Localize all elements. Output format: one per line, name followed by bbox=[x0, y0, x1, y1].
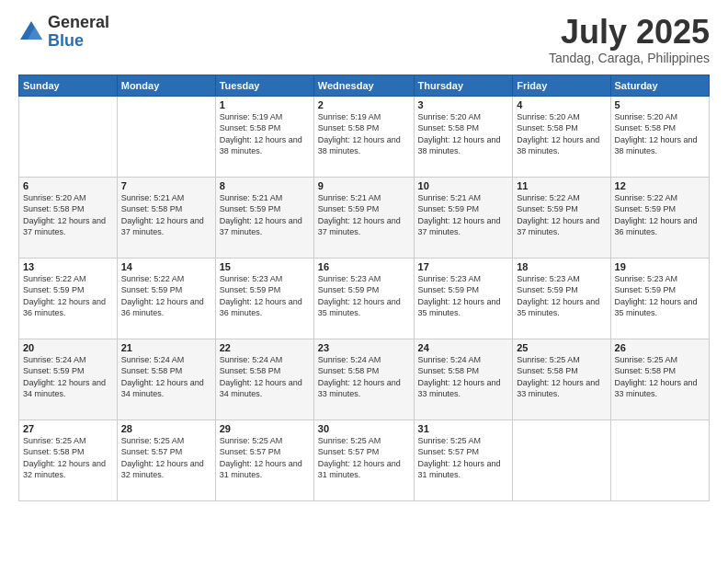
calendar-cell: 14Sunrise: 5:22 AM Sunset: 5:59 PM Dayli… bbox=[117, 258, 215, 339]
day-number: 22 bbox=[220, 342, 310, 353]
day-detail: Sunrise: 5:21 AM Sunset: 5:59 PM Dayligh… bbox=[318, 192, 410, 238]
calendar-table: SundayMondayTuesdayWednesdayThursdayFrid… bbox=[18, 75, 710, 501]
day-number: 7 bbox=[121, 180, 211, 191]
day-number: 19 bbox=[615, 261, 705, 272]
day-number: 13 bbox=[23, 261, 113, 272]
day-number: 27 bbox=[23, 423, 113, 434]
calendar-cell: 16Sunrise: 5:23 AM Sunset: 5:59 PM Dayli… bbox=[313, 258, 414, 339]
day-detail: Sunrise: 5:24 AM Sunset: 5:58 PM Dayligh… bbox=[220, 354, 310, 400]
month-title: July 2025 bbox=[549, 14, 710, 51]
calendar-cell: 21Sunrise: 5:24 AM Sunset: 5:58 PM Dayli… bbox=[117, 339, 215, 419]
calendar-cell: 13Sunrise: 5:22 AM Sunset: 5:59 PM Dayli… bbox=[19, 258, 118, 339]
calendar-cell: 6Sunrise: 5:20 AM Sunset: 5:58 PM Daylig… bbox=[19, 177, 118, 258]
day-detail: Sunrise: 5:23 AM Sunset: 5:59 PM Dayligh… bbox=[318, 273, 410, 319]
calendar-cell: 18Sunrise: 5:23 AM Sunset: 5:59 PM Dayli… bbox=[513, 258, 610, 339]
day-detail: Sunrise: 5:25 AM Sunset: 5:57 PM Dayligh… bbox=[121, 435, 211, 481]
calendar-cell: 4Sunrise: 5:20 AM Sunset: 5:58 PM Daylig… bbox=[513, 96, 610, 177]
day-detail: Sunrise: 5:21 AM Sunset: 5:59 PM Dayligh… bbox=[220, 192, 310, 238]
day-number: 20 bbox=[23, 342, 113, 353]
title-block: July 2025 Tandag, Caraga, Philippines bbox=[549, 14, 710, 65]
day-detail: Sunrise: 5:25 AM Sunset: 5:57 PM Dayligh… bbox=[418, 435, 509, 481]
day-detail: Sunrise: 5:24 AM Sunset: 5:58 PM Dayligh… bbox=[318, 354, 410, 400]
calendar-cell bbox=[117, 96, 215, 177]
day-number: 23 bbox=[318, 342, 410, 353]
day-number: 5 bbox=[615, 99, 705, 110]
calendar-cell bbox=[19, 96, 118, 177]
day-number: 2 bbox=[318, 99, 410, 110]
calendar-cell: 9Sunrise: 5:21 AM Sunset: 5:59 PM Daylig… bbox=[313, 177, 414, 258]
day-detail: Sunrise: 5:23 AM Sunset: 5:59 PM Dayligh… bbox=[517, 273, 606, 319]
day-number: 17 bbox=[418, 261, 509, 272]
calendar-cell: 10Sunrise: 5:21 AM Sunset: 5:59 PM Dayli… bbox=[414, 177, 513, 258]
day-detail: Sunrise: 5:22 AM Sunset: 5:59 PM Dayligh… bbox=[121, 273, 211, 319]
calendar-cell: 5Sunrise: 5:20 AM Sunset: 5:58 PM Daylig… bbox=[610, 96, 709, 177]
day-detail: Sunrise: 5:25 AM Sunset: 5:58 PM Dayligh… bbox=[517, 354, 606, 400]
day-number: 21 bbox=[121, 342, 211, 353]
day-detail: Sunrise: 5:20 AM Sunset: 5:58 PM Dayligh… bbox=[615, 111, 705, 157]
day-detail: Sunrise: 5:23 AM Sunset: 5:59 PM Dayligh… bbox=[220, 273, 310, 319]
day-number: 30 bbox=[318, 423, 410, 434]
day-number: 15 bbox=[220, 261, 310, 272]
calendar-week-row: 13Sunrise: 5:22 AM Sunset: 5:59 PM Dayli… bbox=[19, 258, 710, 339]
calendar-week-row: 1Sunrise: 5:19 AM Sunset: 5:58 PM Daylig… bbox=[19, 96, 710, 177]
logo-text: General Blue bbox=[48, 14, 109, 51]
weekday-header: Monday bbox=[117, 75, 215, 96]
day-detail: Sunrise: 5:21 AM Sunset: 5:58 PM Dayligh… bbox=[121, 192, 211, 238]
day-detail: Sunrise: 5:19 AM Sunset: 5:58 PM Dayligh… bbox=[220, 111, 310, 157]
weekday-header: Saturday bbox=[610, 75, 709, 96]
day-detail: Sunrise: 5:25 AM Sunset: 5:58 PM Dayligh… bbox=[23, 435, 113, 481]
day-detail: Sunrise: 5:23 AM Sunset: 5:59 PM Dayligh… bbox=[418, 273, 509, 319]
calendar-body: 1Sunrise: 5:19 AM Sunset: 5:58 PM Daylig… bbox=[19, 96, 710, 500]
calendar-cell: 24Sunrise: 5:24 AM Sunset: 5:58 PM Dayli… bbox=[414, 339, 513, 419]
header-row: SundayMondayTuesdayWednesdayThursdayFrid… bbox=[19, 75, 710, 96]
logo: General Blue bbox=[18, 14, 109, 51]
calendar-cell: 1Sunrise: 5:19 AM Sunset: 5:58 PM Daylig… bbox=[215, 96, 313, 177]
weekday-header: Thursday bbox=[414, 75, 513, 96]
calendar-cell: 8Sunrise: 5:21 AM Sunset: 5:59 PM Daylig… bbox=[215, 177, 313, 258]
day-number: 8 bbox=[220, 180, 310, 191]
day-detail: Sunrise: 5:24 AM Sunset: 5:58 PM Dayligh… bbox=[418, 354, 509, 400]
day-number: 12 bbox=[615, 180, 705, 191]
day-number: 3 bbox=[418, 99, 509, 110]
calendar-cell: 28Sunrise: 5:25 AM Sunset: 5:57 PM Dayli… bbox=[117, 419, 215, 500]
day-detail: Sunrise: 5:19 AM Sunset: 5:58 PM Dayligh… bbox=[318, 111, 410, 157]
calendar-cell bbox=[513, 419, 610, 500]
day-detail: Sunrise: 5:21 AM Sunset: 5:59 PM Dayligh… bbox=[418, 192, 509, 238]
calendar-cell: 25Sunrise: 5:25 AM Sunset: 5:58 PM Dayli… bbox=[513, 339, 610, 419]
calendar-cell: 3Sunrise: 5:20 AM Sunset: 5:58 PM Daylig… bbox=[414, 96, 513, 177]
day-detail: Sunrise: 5:20 AM Sunset: 5:58 PM Dayligh… bbox=[23, 192, 113, 238]
calendar-cell: 12Sunrise: 5:22 AM Sunset: 5:59 PM Dayli… bbox=[610, 177, 709, 258]
day-detail: Sunrise: 5:22 AM Sunset: 5:59 PM Dayligh… bbox=[517, 192, 606, 238]
calendar-cell: 22Sunrise: 5:24 AM Sunset: 5:58 PM Dayli… bbox=[215, 339, 313, 419]
day-detail: Sunrise: 5:25 AM Sunset: 5:57 PM Dayligh… bbox=[318, 435, 410, 481]
calendar-cell: 17Sunrise: 5:23 AM Sunset: 5:59 PM Dayli… bbox=[414, 258, 513, 339]
day-number: 31 bbox=[418, 423, 509, 434]
day-detail: Sunrise: 5:24 AM Sunset: 5:58 PM Dayligh… bbox=[121, 354, 211, 400]
calendar-cell: 30Sunrise: 5:25 AM Sunset: 5:57 PM Dayli… bbox=[313, 419, 414, 500]
day-detail: Sunrise: 5:22 AM Sunset: 5:59 PM Dayligh… bbox=[23, 273, 113, 319]
calendar-cell: 27Sunrise: 5:25 AM Sunset: 5:58 PM Dayli… bbox=[19, 419, 118, 500]
calendar-cell: 31Sunrise: 5:25 AM Sunset: 5:57 PM Dayli… bbox=[414, 419, 513, 500]
day-number: 29 bbox=[220, 423, 310, 434]
day-number: 24 bbox=[418, 342, 509, 353]
weekday-header: Friday bbox=[513, 75, 610, 96]
day-detail: Sunrise: 5:25 AM Sunset: 5:57 PM Dayligh… bbox=[220, 435, 310, 481]
day-detail: Sunrise: 5:23 AM Sunset: 5:59 PM Dayligh… bbox=[615, 273, 705, 319]
day-number: 6 bbox=[23, 180, 113, 191]
weekday-header: Tuesday bbox=[215, 75, 313, 96]
day-number: 10 bbox=[418, 180, 509, 191]
day-number: 14 bbox=[121, 261, 211, 272]
calendar-cell bbox=[610, 419, 709, 500]
weekday-header: Wednesday bbox=[313, 75, 414, 96]
logo-blue: Blue bbox=[48, 32, 109, 51]
calendar-cell: 29Sunrise: 5:25 AM Sunset: 5:57 PM Dayli… bbox=[215, 419, 313, 500]
day-number: 26 bbox=[615, 342, 705, 353]
calendar-cell: 11Sunrise: 5:22 AM Sunset: 5:59 PM Dayli… bbox=[513, 177, 610, 258]
calendar-cell: 23Sunrise: 5:24 AM Sunset: 5:58 PM Dayli… bbox=[313, 339, 414, 419]
calendar-week-row: 6Sunrise: 5:20 AM Sunset: 5:58 PM Daylig… bbox=[19, 177, 710, 258]
header: General Blue July 2025 Tandag, Caraga, P… bbox=[18, 14, 710, 65]
calendar-cell: 26Sunrise: 5:25 AM Sunset: 5:58 PM Dayli… bbox=[610, 339, 709, 419]
calendar-cell: 7Sunrise: 5:21 AM Sunset: 5:58 PM Daylig… bbox=[117, 177, 215, 258]
day-number: 25 bbox=[517, 342, 606, 353]
calendar-cell: 15Sunrise: 5:23 AM Sunset: 5:59 PM Dayli… bbox=[215, 258, 313, 339]
